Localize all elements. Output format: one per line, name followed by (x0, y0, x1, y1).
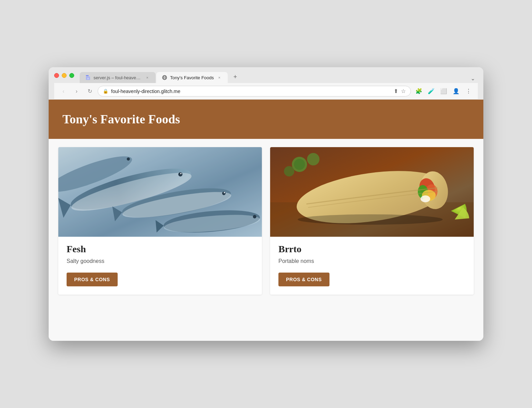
page-title: Tony's Favorite Foods (62, 112, 470, 126)
lock-icon: 🔒 (103, 89, 108, 94)
tabs-chevron[interactable]: ⌄ (471, 75, 475, 82)
svg-point-39 (307, 153, 319, 165)
svg-text:JS: JS (87, 78, 89, 80)
svg-point-38 (294, 159, 305, 170)
tab-server-js[interactable]: JS server.js – foul-heavenly-di... × (80, 72, 156, 83)
menu-button[interactable]: ⋮ (463, 86, 474, 96)
forward-button[interactable]: › (71, 86, 82, 96)
tab-server-js-label: server.js – foul-heavenly-di... (93, 75, 142, 80)
svg-rect-26 (58, 147, 262, 237)
toolbar-actions: 🧩 🧪 ⬜ 👤 ⋮ (414, 86, 474, 96)
browser-window: JS server.js – foul-heavenly-di... × (49, 67, 483, 341)
burrito-image (270, 147, 474, 237)
star-icon[interactable]: ☆ (401, 88, 406, 94)
profile-button[interactable]: 👤 (451, 86, 461, 96)
page-header: Tony's Favorite Foods (49, 100, 483, 139)
cards-container: Fesh Salty goodness PROS & CONS (49, 139, 483, 303)
address-bar[interactable]: 🔒 foul-heavenly-direction.glitch.me ⬆ ☆ (98, 86, 411, 96)
pros-cons-button-fesh[interactable]: PROS & CONS (67, 273, 118, 286)
file-icon: JS (85, 75, 91, 80)
maximize-button[interactable] (69, 73, 74, 78)
svg-point-35 (421, 195, 430, 202)
title-bar: JS server.js – foul-heavenly-di... × (49, 67, 483, 100)
flask-button[interactable]: 🧪 (426, 86, 436, 96)
back-button[interactable]: ‹ (58, 86, 69, 96)
svg-point-40 (284, 166, 294, 176)
food-name-brrto: Brrto (278, 244, 465, 255)
food-name-fesh: Fesh (67, 244, 254, 255)
fish-image (58, 147, 262, 237)
food-card-brrto: Brrto Portable noms PROS & CONS (270, 147, 474, 295)
tab-server-js-close[interactable]: × (145, 75, 150, 80)
tab-tonys-foods-close[interactable]: × (217, 75, 222, 80)
address-text: foul-heavenly-direction.glitch.me (111, 89, 391, 94)
reload-button[interactable]: ↻ (85, 86, 95, 96)
tab-tonys-foods[interactable]: Tony's Favorite Foods × (156, 72, 228, 83)
pros-cons-button-brrto[interactable]: PROS & CONS (278, 273, 329, 286)
share-icon[interactable]: ⬆ (394, 88, 398, 94)
window-controls (54, 73, 74, 78)
food-card-brrto-body: Brrto Portable noms PROS & CONS (270, 237, 474, 295)
new-tab-button[interactable]: + (230, 71, 241, 82)
svg-rect-0 (86, 75, 89, 76)
toolbar: ‹ › ↻ 🔒 foul-heavenly-direction.glitch.m… (54, 83, 478, 100)
food-card-fesh-body: Fesh Salty goodness PROS & CONS (58, 237, 262, 295)
page-content: Tony's Favorite Foods (49, 100, 483, 341)
globe-icon (162, 75, 167, 80)
minimize-button[interactable] (62, 73, 67, 78)
close-button[interactable] (54, 73, 59, 78)
svg-point-41 (298, 214, 443, 225)
food-desc-brrto: Portable noms (278, 258, 465, 264)
food-card-fesh: Fesh Salty goodness PROS & CONS (58, 147, 262, 295)
tab-view-button[interactable]: ⬜ (439, 86, 449, 96)
food-desc-fesh: Salty goodness (67, 258, 254, 264)
tabs-row: JS server.js – foul-heavenly-di... × (80, 71, 478, 83)
tab-tonys-foods-label: Tony's Favorite Foods (170, 75, 214, 80)
extensions-button[interactable]: 🧩 (414, 86, 424, 96)
